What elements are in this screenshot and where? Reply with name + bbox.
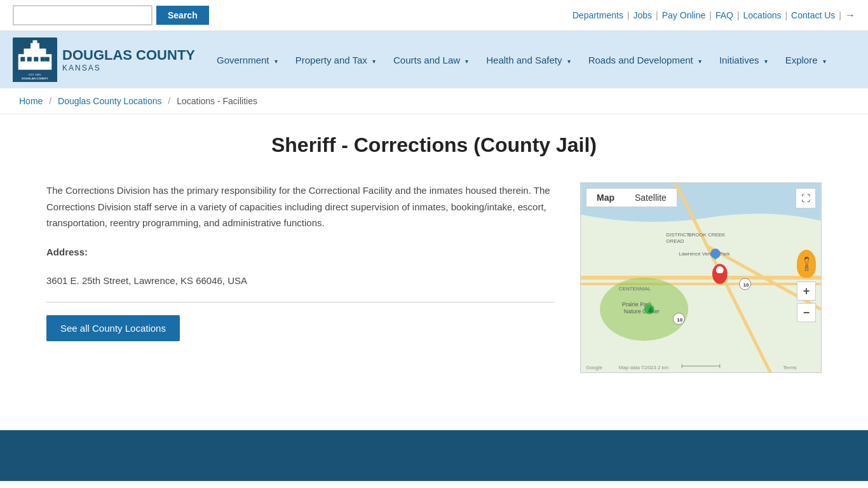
sep3: | xyxy=(709,10,712,20)
sep5: | xyxy=(785,10,787,20)
nav-government[interactable]: Government ▾ xyxy=(208,37,287,83)
nav-property-tax-link[interactable]: Property and Tax ▾ xyxy=(287,37,384,83)
address-value: 3601 E. 25th Street, Lawrence, KS 66046,… xyxy=(46,273,555,289)
svg-text:EST 1855: EST 1855 xyxy=(29,73,41,76)
pegman-figure: 🧍 xyxy=(799,256,815,271)
map-zoom: + − xyxy=(797,281,816,322)
nav-roads-dev[interactable]: Roads and Development ▾ xyxy=(580,37,710,83)
faq-link[interactable]: FAQ xyxy=(715,10,733,20)
svg-rect-9 xyxy=(45,57,50,62)
svg-rect-8 xyxy=(41,57,45,62)
content-text: The Corrections Division has the primary… xyxy=(46,182,555,341)
nav-courts-law[interactable]: Courts and Law ▾ xyxy=(384,37,477,83)
sep1: | xyxy=(627,10,630,20)
sep4: | xyxy=(737,10,740,20)
nav-initiatives[interactable]: Initiatives ▾ xyxy=(710,37,776,83)
initiatives-arrow: ▾ xyxy=(764,58,768,65)
map-tab-satellite[interactable]: Satellite xyxy=(625,189,677,207)
see-all-button[interactable]: See all County Locations xyxy=(46,315,180,341)
svg-rect-7 xyxy=(34,57,38,62)
nav-health-safety-link[interactable]: Health and Safety ▾ xyxy=(477,37,579,83)
breadcrumb-locations[interactable]: Douglas County Locations xyxy=(58,96,161,106)
logo-state: KANSAS xyxy=(62,64,101,72)
breadcrumb: Home / Douglas County Locations / Locati… xyxy=(0,88,868,114)
nav-initiatives-link[interactable]: Initiatives ▾ xyxy=(710,37,776,83)
nav-menu: Government ▾ Property and Tax ▾ Courts a… xyxy=(208,37,835,83)
content-grid: The Corrections Division has the primary… xyxy=(46,182,822,373)
nav-health-safety[interactable]: Health and Safety ▾ xyxy=(477,37,579,83)
svg-text:CENTENNIAL: CENTENNIAL xyxy=(619,286,651,292)
map-container: Prairie Park Nature Center 🌲 DISTRICT OR… xyxy=(580,182,822,373)
logo-county: DOUGLAS COUNTY xyxy=(62,47,195,64)
footer xyxy=(0,430,868,481)
svg-rect-2 xyxy=(24,49,46,57)
svg-text:Map data ©2023  2 km: Map data ©2023 2 km xyxy=(619,365,669,370)
logo-icon: EST 1855 DOUGLAS COUNTY xyxy=(13,37,57,82)
svg-text:Google: Google xyxy=(586,365,602,370)
sep2: | xyxy=(656,10,658,20)
nav-roads-dev-link[interactable]: Roads and Development ▾ xyxy=(580,37,710,83)
sep6: | xyxy=(839,10,841,20)
svg-text:DOUGLAS COUNTY: DOUGLAS COUNTY xyxy=(22,77,48,80)
page-title: Sheriff - Corrections (County Jail) xyxy=(46,133,822,157)
map-svg: Prairie Park Nature Center 🌲 DISTRICT OR… xyxy=(581,183,821,372)
nav-explore-link[interactable]: Explore ▾ xyxy=(776,37,835,83)
map-fullscreen-button[interactable]: ⛶ xyxy=(796,188,816,208)
top-links: Departments | Jobs | Pay Online | FAQ | … xyxy=(573,10,855,21)
roads-dev-arrow: ▾ xyxy=(698,58,702,65)
svg-text:Terms: Terms xyxy=(783,365,797,370)
divider xyxy=(46,302,555,302)
jobs-link[interactable]: Jobs xyxy=(634,10,653,20)
nav-courts-law-link[interactable]: Courts and Law ▾ xyxy=(384,37,477,83)
nav-property-tax[interactable]: Property and Tax ▾ xyxy=(287,37,384,83)
svg-rect-6 xyxy=(27,57,32,62)
explore-arrow: ▾ xyxy=(823,58,826,65)
health-safety-arrow: ▾ xyxy=(567,58,571,65)
pegman-icon[interactable]: 🧍 xyxy=(797,250,816,278)
description: The Corrections Division has the primary… xyxy=(46,182,555,231)
svg-text:OREAD: OREAD xyxy=(666,238,684,244)
nav-government-link[interactable]: Government ▾ xyxy=(208,37,287,83)
search-button[interactable]: Search xyxy=(156,6,209,25)
svg-text:🌲: 🌲 xyxy=(647,306,655,314)
courts-law-arrow: ▾ xyxy=(465,58,468,65)
map-toolbar: Map Satellite xyxy=(586,188,677,207)
contact-us-link[interactable]: Contact Us xyxy=(791,10,835,20)
address-label: Address: xyxy=(46,244,555,261)
svg-text:BROOK CREEK: BROOK CREEK xyxy=(688,232,726,238)
zoom-in-button[interactable]: + xyxy=(797,281,816,301)
pay-online-link[interactable]: Pay Online xyxy=(662,10,705,20)
fullscreen-icon: ⛶ xyxy=(801,193,810,203)
svg-text:Lawrence VenturePark: Lawrence VenturePark xyxy=(679,251,729,257)
svg-text:10: 10 xyxy=(743,282,749,288)
government-arrow: ▾ xyxy=(275,58,278,65)
search-form: Search xyxy=(13,5,209,25)
departments-link[interactable]: Departments xyxy=(573,10,623,20)
breadcrumb-home[interactable]: Home xyxy=(19,96,43,106)
zoom-out-button[interactable]: − xyxy=(797,303,816,322)
main-content: Sheriff - Corrections (County Jail) The … xyxy=(21,114,847,392)
breadcrumb-current: Locations - Facilities xyxy=(177,96,257,106)
map-tab-map[interactable]: Map xyxy=(587,189,625,207)
locations-link[interactable]: Locations xyxy=(743,10,782,20)
search-input[interactable] xyxy=(13,5,153,25)
svg-point-35 xyxy=(716,266,724,274)
login-icon[interactable]: → xyxy=(845,10,855,21)
logo-link[interactable]: EST 1855 DOUGLAS COUNTY DOUGLAS COUNTY K… xyxy=(13,31,208,88)
top-bar: Search Departments | Jobs | Pay Online |… xyxy=(0,0,868,31)
property-tax-arrow: ▾ xyxy=(372,58,376,65)
svg-text:DISTRICT: DISTRICT xyxy=(666,232,689,238)
nav-explore[interactable]: Explore ▾ xyxy=(776,37,835,83)
nav-bar: EST 1855 DOUGLAS COUNTY DOUGLAS COUNTY K… xyxy=(0,31,868,88)
breadcrumb-sep1: / xyxy=(49,96,51,106)
breadcrumb-sep2: / xyxy=(168,96,170,106)
svg-rect-4 xyxy=(33,40,37,44)
svg-rect-5 xyxy=(20,57,25,62)
logo-text: DOUGLAS COUNTY KANSAS xyxy=(62,47,195,72)
svg-text:10: 10 xyxy=(677,317,682,323)
